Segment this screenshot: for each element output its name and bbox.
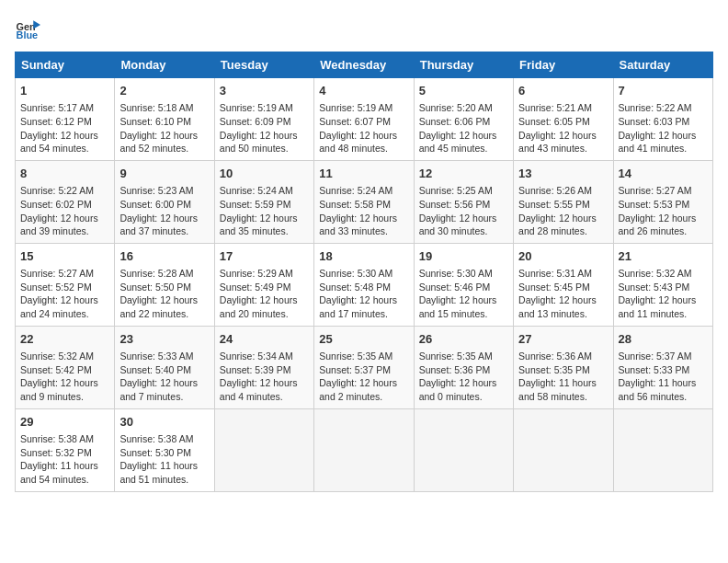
calendar-cell: 25Sunrise: 5:35 AMSunset: 5:37 PMDayligh… <box>314 326 414 408</box>
day-number: 11 <box>319 166 408 182</box>
day-number: 19 <box>419 248 508 265</box>
col-header-thursday: Thursday <box>414 52 513 78</box>
logo: Gen Blue <box>15 15 44 40</box>
week-row-3: 15Sunrise: 5:27 AMSunset: 5:52 PMDayligh… <box>16 243 713 326</box>
calendar-cell <box>514 408 613 491</box>
calendar-cell: 9Sunrise: 5:23 AMSunset: 6:00 PMDaylight… <box>115 160 214 243</box>
day-number: 14 <box>619 166 708 182</box>
svg-text:Blue: Blue <box>17 29 39 40</box>
calendar-table: SundayMondayTuesdayWednesdayThursdayFrid… <box>15 52 713 492</box>
col-header-saturday: Saturday <box>613 52 712 78</box>
calendar-cell: 8Sunrise: 5:22 AMSunset: 6:02 PMDaylight… <box>16 160 115 243</box>
day-number: 21 <box>619 248 708 265</box>
calendar-cell: 13Sunrise: 5:26 AMSunset: 5:55 PMDayligh… <box>514 160 613 243</box>
calendar-cell: 20Sunrise: 5:31 AMSunset: 5:45 PMDayligh… <box>514 243 613 326</box>
calendar-cell: 19Sunrise: 5:30 AMSunset: 5:46 PMDayligh… <box>414 243 513 326</box>
day-number: 7 <box>619 83 708 99</box>
day-number: 12 <box>419 166 508 182</box>
calendar-cell: 7Sunrise: 5:22 AMSunset: 6:03 PMDaylight… <box>613 78 712 161</box>
day-number: 27 <box>518 331 608 348</box>
calendar-cell: 5Sunrise: 5:20 AMSunset: 6:06 PMDaylight… <box>414 78 513 161</box>
day-number: 22 <box>20 331 109 348</box>
day-number: 5 <box>419 83 508 99</box>
day-number: 8 <box>20 166 109 182</box>
calendar-cell <box>613 408 712 491</box>
calendar-cell <box>314 408 414 491</box>
calendar-cell: 28Sunrise: 5:37 AMSunset: 5:33 PMDayligh… <box>613 326 712 408</box>
day-number: 2 <box>119 83 209 99</box>
calendar-cell: 22Sunrise: 5:32 AMSunset: 5:42 PMDayligh… <box>16 326 115 408</box>
calendar-cell: 15Sunrise: 5:27 AMSunset: 5:52 PMDayligh… <box>16 243 115 326</box>
calendar-cell: 30Sunrise: 5:38 AMSunset: 5:30 PMDayligh… <box>115 408 214 491</box>
calendar-cell: 1Sunrise: 5:17 AMSunset: 6:12 PMDaylight… <box>16 78 115 161</box>
day-number: 28 <box>619 331 708 348</box>
calendar-cell: 16Sunrise: 5:28 AMSunset: 5:50 PMDayligh… <box>115 243 214 326</box>
calendar-cell: 2Sunrise: 5:18 AMSunset: 6:10 PMDaylight… <box>115 78 214 161</box>
svg-marker-1 <box>33 20 40 29</box>
calendar-cell: 3Sunrise: 5:19 AMSunset: 6:09 PMDaylight… <box>214 78 313 161</box>
calendar-cell: 14Sunrise: 5:27 AMSunset: 5:53 PMDayligh… <box>613 160 712 243</box>
col-header-monday: Monday <box>115 52 214 78</box>
day-number: 23 <box>119 331 209 348</box>
calendar-cell: 23Sunrise: 5:33 AMSunset: 5:40 PMDayligh… <box>115 326 214 408</box>
calendar-cell: 27Sunrise: 5:36 AMSunset: 5:35 PMDayligh… <box>514 326 613 408</box>
day-number: 9 <box>119 166 209 182</box>
calendar-cell: 4Sunrise: 5:19 AMSunset: 6:07 PMDaylight… <box>314 78 414 161</box>
calendar-cell: 24Sunrise: 5:34 AMSunset: 5:39 PMDayligh… <box>214 326 313 408</box>
day-number: 4 <box>319 83 408 99</box>
day-number: 24 <box>220 331 309 348</box>
day-number: 20 <box>518 248 608 265</box>
week-row-2: 8Sunrise: 5:22 AMSunset: 6:02 PMDaylight… <box>16 160 713 243</box>
day-number: 25 <box>319 331 408 348</box>
col-header-wednesday: Wednesday <box>314 52 414 78</box>
week-row-4: 22Sunrise: 5:32 AMSunset: 5:42 PMDayligh… <box>16 326 713 408</box>
day-number: 3 <box>220 83 309 99</box>
calendar-cell: 11Sunrise: 5:24 AMSunset: 5:58 PMDayligh… <box>314 160 414 243</box>
day-number: 18 <box>319 248 408 265</box>
week-row-1: 1Sunrise: 5:17 AMSunset: 6:12 PMDaylight… <box>16 78 713 161</box>
calendar-cell: 29Sunrise: 5:38 AMSunset: 5:32 PMDayligh… <box>16 408 115 491</box>
calendar-cell: 17Sunrise: 5:29 AMSunset: 5:49 PMDayligh… <box>214 243 313 326</box>
calendar-cell: 6Sunrise: 5:21 AMSunset: 6:05 PMDaylight… <box>514 78 613 161</box>
calendar-cell <box>414 408 513 491</box>
col-header-friday: Friday <box>514 52 613 78</box>
day-number: 16 <box>119 248 209 265</box>
calendar-cell: 10Sunrise: 5:24 AMSunset: 5:59 PMDayligh… <box>214 160 313 243</box>
day-number: 1 <box>20 83 109 99</box>
day-number: 30 <box>119 414 209 431</box>
header-row: SundayMondayTuesdayWednesdayThursdayFrid… <box>16 52 713 78</box>
day-number: 26 <box>419 331 508 348</box>
calendar-cell: 18Sunrise: 5:30 AMSunset: 5:48 PMDayligh… <box>314 243 414 326</box>
week-row-5: 29Sunrise: 5:38 AMSunset: 5:32 PMDayligh… <box>16 408 713 491</box>
day-number: 6 <box>518 83 608 99</box>
calendar-cell: 12Sunrise: 5:25 AMSunset: 5:56 PMDayligh… <box>414 160 513 243</box>
day-number: 10 <box>220 166 309 182</box>
day-number: 29 <box>20 414 109 431</box>
col-header-tuesday: Tuesday <box>214 52 313 78</box>
col-header-sunday: Sunday <box>16 52 115 78</box>
logo-icon: Gen Blue <box>15 15 40 40</box>
calendar-cell: 21Sunrise: 5:32 AMSunset: 5:43 PMDayligh… <box>613 243 712 326</box>
calendar-cell: 26Sunrise: 5:35 AMSunset: 5:36 PMDayligh… <box>414 326 513 408</box>
page-header: Gen Blue <box>15 15 713 40</box>
calendar-cell <box>214 408 313 491</box>
day-number: 15 <box>20 248 109 265</box>
day-number: 13 <box>518 166 608 182</box>
day-number: 17 <box>220 248 309 265</box>
